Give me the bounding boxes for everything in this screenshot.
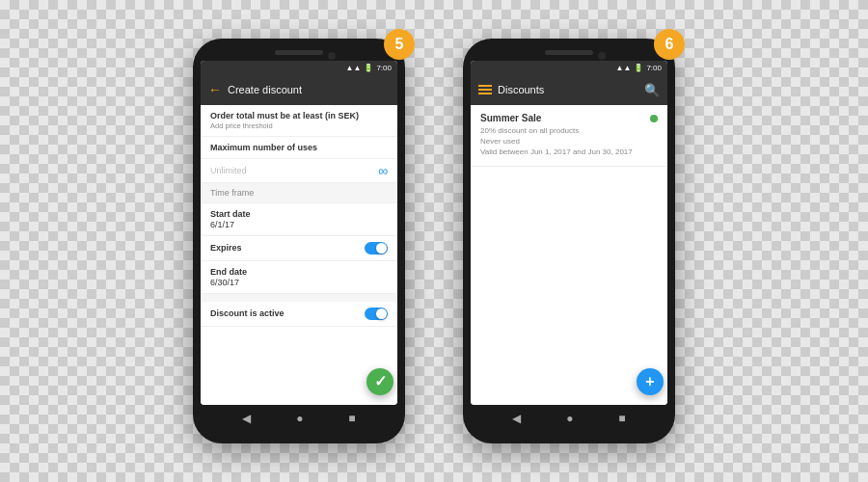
step-badge-2: 6 (654, 29, 685, 60)
phone-1-wrapper: 5 ▲▲ 🔋 7:00 ← Create discount Order tota… (193, 39, 405, 443)
infinity-icon: ∞ (378, 163, 388, 178)
fab-save-button[interactable]: ✓ (366, 368, 393, 395)
nav-home-1[interactable]: ● (296, 412, 303, 425)
form-content: Order total must be at least (in SEK) Ad… (201, 105, 397, 405)
discount-active-row[interactable]: Discount is active (201, 302, 397, 327)
discount-active-toggle[interactable] (365, 308, 388, 320)
phone-2-wrapper: 6 ▲▲ 🔋 7:00 Discounts 🔍 (463, 39, 675, 443)
wifi-icon-2: ▲▲ (616, 64, 632, 72)
phone-1-screen: ▲▲ 🔋 7:00 ← Create discount Order total … (201, 61, 397, 405)
max-uses-label: Maximum number of uses (210, 143, 317, 152)
active-status-dot (650, 115, 658, 122)
order-total-row: Order total must be at least (in SEK) Ad… (201, 105, 397, 137)
time-frame-header: Time frame (201, 183, 397, 203)
phone-camera-2 (598, 52, 606, 60)
plus-icon: + (645, 374, 654, 389)
battery-icon: 🔋 (364, 64, 373, 72)
toolbar-title-1: Create discount (228, 84, 390, 95)
status-time-2: 7:00 (646, 64, 662, 72)
nav-recent-2[interactable]: ■ (618, 412, 625, 425)
phone-nav-1: ◀ ● ■ (201, 405, 397, 432)
order-total-sub: Add price threshold (210, 121, 388, 130)
checkmark-icon: ✓ (374, 374, 387, 389)
expires-toggle[interactable] (365, 242, 388, 254)
discount-list: Summer Sale 20% discount on all products… (471, 105, 667, 405)
nav-home-2[interactable]: ● (566, 412, 573, 425)
nav-recent-1[interactable]: ■ (348, 412, 355, 425)
unlimited-input-row[interactable]: Unlimited ∞ (201, 159, 397, 183)
nav-back-1[interactable]: ◀ (242, 412, 251, 425)
menu-icon[interactable] (478, 85, 492, 94)
status-bar-1: ▲▲ 🔋 7:00 (201, 61, 397, 74)
discount-active-label: Discount is active (210, 308, 285, 318)
start-date-label: Start date (210, 209, 388, 219)
status-bar-2: ▲▲ 🔋 7:00 (471, 61, 667, 74)
start-date-row[interactable]: Start date 6/1/17 (201, 203, 397, 236)
discount-desc-line3: Valid between Jun 1, 2017 and Jun 30, 20… (480, 147, 650, 157)
discount-name: Summer Sale (480, 113, 650, 123)
fab-add-button[interactable]: + (637, 368, 664, 395)
phone-camera-1 (328, 52, 336, 60)
phone-speaker-2 (545, 50, 593, 55)
back-button[interactable]: ← (208, 82, 222, 97)
phone-1: ▲▲ 🔋 7:00 ← Create discount Order total … (193, 39, 405, 443)
discount-desc-line2: Never used (480, 136, 650, 147)
battery-icon-2: 🔋 (634, 64, 643, 72)
phone-nav-2: ◀ ● ■ (471, 405, 667, 432)
status-time-1: 7:00 (376, 64, 392, 72)
end-date-row[interactable]: End date 6/30/17 (201, 261, 397, 294)
toolbar-2: Discounts 🔍 (471, 74, 667, 105)
search-icon[interactable]: 🔍 (644, 83, 660, 97)
discount-info: Summer Sale 20% discount on all products… (480, 113, 650, 158)
end-date-value: 6/30/17 (210, 278, 388, 287)
toolbar-title-2: Discounts (498, 84, 638, 95)
phone-2: ▲▲ 🔋 7:00 Discounts 🔍 Summer Sale (463, 39, 675, 443)
nav-back-2[interactable]: ◀ (512, 412, 521, 425)
start-date-value: 6/1/17 (210, 220, 388, 229)
expires-label: Expires (210, 243, 242, 253)
expires-row[interactable]: Expires (201, 236, 397, 261)
max-uses-row: Maximum number of uses (201, 137, 397, 159)
discount-desc-line1: 20% discount on all products (480, 125, 650, 136)
end-date-label: End date (210, 267, 388, 277)
discount-item-summer-sale[interactable]: Summer Sale 20% discount on all products… (471, 105, 667, 167)
step-badge-1: 5 (384, 29, 415, 60)
phone-2-screen: ▲▲ 🔋 7:00 Discounts 🔍 Summer Sale (471, 61, 667, 405)
unlimited-placeholder: Unlimited (210, 166, 247, 175)
toolbar-1: ← Create discount (201, 74, 397, 105)
phone-speaker-1 (275, 50, 323, 55)
wifi-icon: ▲▲ (346, 64, 362, 72)
order-total-label: Order total must be at least (in SEK) (210, 111, 388, 120)
